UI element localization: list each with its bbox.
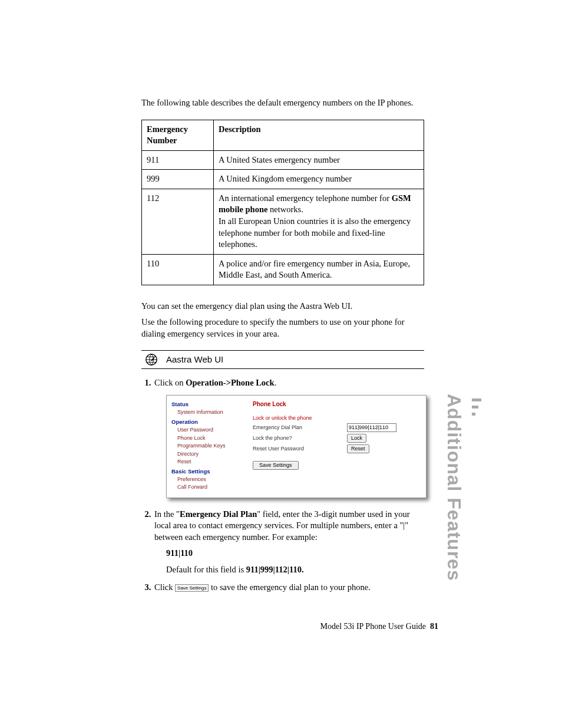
emergency-dial-plan-input[interactable] [347,423,396,432]
cell-description: A police and/or fire emergency number in… [214,254,424,285]
emergency-numbers-table: Emergency Number Description 911 A Unite… [141,120,424,285]
table-header-row: Emergency Number Description [142,120,424,150]
table-row: 110 A police and/or fire emergency numbe… [142,254,424,285]
default-text: Default for this field is [166,565,246,574]
webui-label: Aastra Web UI [166,354,223,365]
example-text: 911|110 [166,548,193,558]
table-row: 999 A United Kingdom emergency number [142,170,424,189]
nav-item[interactable]: Programmable Keys [171,442,242,450]
screenshot-main: Phone Lock Lock or unlock the phone Emer… [247,396,426,498]
step-text: Click [154,582,175,592]
save-settings-inline-button: Save Settings [175,584,209,592]
step-3: Click Save Settings to save the emergenc… [153,582,424,594]
step-text: . [275,378,277,387]
desc-text: An international emergency telephone num… [219,193,392,203]
step-text: to save the emergency dial plan to your … [211,582,371,592]
save-settings-button[interactable]: Save Settings [253,461,299,470]
nav-item[interactable]: System Information [171,409,242,417]
webui-header: Aastra Web UI [141,351,424,368]
nav-item[interactable]: Call Forward [171,483,242,492]
table-row: 112 An international emergency telephone… [142,189,424,254]
step-text: Click on [154,378,186,387]
globe-icon [145,353,158,366]
page-number: 81 [430,622,438,631]
nav-item[interactable]: User Password [171,426,242,434]
step-bold: Operation->Phone Lock [186,378,274,387]
step-1: Click on Operation->Phone Lock. Status S… [153,377,424,498]
step-text: In the " [154,509,180,519]
nav-heading-basic: Basic Settings [171,467,242,476]
nav-heading-operation: Operation [171,418,242,426]
table-row: 911 A United States emergency number [142,150,424,170]
cell-number: 911 [142,150,214,170]
lock-button[interactable]: Lock [347,434,366,443]
cell-number: 110 [142,254,214,285]
nav-item[interactable]: Preferences [171,476,242,484]
cell-number: 999 [142,170,214,189]
th-description: Description [214,120,424,150]
cell-description: An international emergency telephone num… [214,189,424,254]
cell-description: A United Kingdom emergency number [214,170,424,189]
cell-number: 112 [142,189,214,254]
body-text: You can set the emergency dial plan usin… [141,301,424,312]
field-label: Emergency Dial Plan [253,424,347,431]
screenshot-nav: Status System Information Operation User… [167,396,247,498]
reset-button[interactable]: Reset [347,444,369,453]
footer-title: Model 53i IP Phone User Guide [320,622,426,631]
screenshot-figure: Status System Information Operation User… [166,395,427,498]
step-2: In the "Emergency Dial Plan" field, ente… [153,509,424,576]
field-label: Lock the phone? [253,434,347,442]
step-bold: Emergency Dial Plan [180,509,257,519]
field-label: Reset User Password [253,445,347,452]
side-tab: Additional Features [443,394,465,581]
intro-text: The following table describes the defaul… [141,97,424,109]
th-number: Emergency Number [142,120,214,150]
body-text: Use the following procedure to specify t… [141,317,424,340]
default-bold: 911|999|112|110. [246,565,304,574]
desc-text: networks. [267,205,303,214]
desc-text: In all European Union countries it is al… [219,216,411,249]
panel-title: Phone Lock [253,400,420,409]
cell-description: A United States emergency number [214,150,424,170]
page-footer: Model 53i IP Phone User Guide 81 [320,622,438,631]
nav-heading-status: Status [171,400,242,409]
lock-unlock-link[interactable]: Lock or unlock the phone [253,414,312,421]
nav-item[interactable]: Phone Lock [171,434,242,443]
nav-item[interactable]: Reset [171,458,242,466]
nav-item[interactable]: Directory [171,450,242,459]
